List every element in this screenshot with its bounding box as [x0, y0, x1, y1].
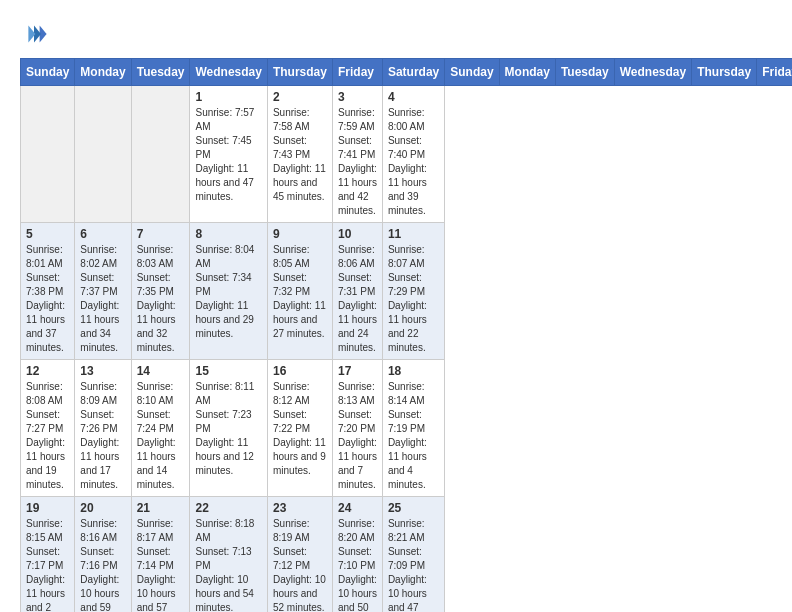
- day-info: Sunrise: 8:19 AMSunset: 7:12 PMDaylight:…: [273, 517, 327, 612]
- calendar-cell: [131, 86, 190, 223]
- calendar-week-2: 5 Sunrise: 8:01 AMSunset: 7:38 PMDayligh…: [21, 223, 793, 360]
- day-number: 7: [137, 227, 185, 241]
- calendar-cell: 4 Sunrise: 8:00 AMSunset: 7:40 PMDayligh…: [382, 86, 444, 223]
- calendar-cell: 24 Sunrise: 8:20 AMSunset: 7:10 PMDaylig…: [332, 497, 382, 613]
- day-info: Sunrise: 8:01 AMSunset: 7:38 PMDaylight:…: [26, 243, 69, 355]
- day-info: Sunrise: 8:12 AMSunset: 7:22 PMDaylight:…: [273, 380, 327, 478]
- day-info: Sunrise: 8:16 AMSunset: 7:16 PMDaylight:…: [80, 517, 125, 612]
- calendar-cell: 10 Sunrise: 8:06 AMSunset: 7:31 PMDaylig…: [332, 223, 382, 360]
- day-number: 15: [195, 364, 261, 378]
- day-info: Sunrise: 8:18 AMSunset: 7:13 PMDaylight:…: [195, 517, 261, 612]
- calendar-table: SundayMondayTuesdayWednesdayThursdayFrid…: [20, 58, 792, 612]
- logo-icon: [20, 20, 48, 48]
- day-info: Sunrise: 8:02 AMSunset: 7:37 PMDaylight:…: [80, 243, 125, 355]
- day-info: Sunrise: 8:06 AMSunset: 7:31 PMDaylight:…: [338, 243, 377, 355]
- day-number: 13: [80, 364, 125, 378]
- logo: [20, 20, 52, 48]
- calendar-cell: 3 Sunrise: 7:59 AMSunset: 7:41 PMDayligh…: [332, 86, 382, 223]
- day-number: 2: [273, 90, 327, 104]
- day-number: 11: [388, 227, 439, 241]
- day-info: Sunrise: 8:08 AMSunset: 7:27 PMDaylight:…: [26, 380, 69, 492]
- day-info: Sunrise: 8:11 AMSunset: 7:23 PMDaylight:…: [195, 380, 261, 478]
- col-header-tuesday: Tuesday: [555, 59, 614, 86]
- day-info: Sunrise: 8:00 AMSunset: 7:40 PMDaylight:…: [388, 106, 439, 218]
- day-number: 22: [195, 501, 261, 515]
- calendar-week-3: 12 Sunrise: 8:08 AMSunset: 7:27 PMDaylig…: [21, 360, 793, 497]
- calendar-cell: 8 Sunrise: 8:04 AMSunset: 7:34 PMDayligh…: [190, 223, 267, 360]
- day-number: 6: [80, 227, 125, 241]
- col-header-sunday: Sunday: [445, 59, 499, 86]
- day-info: Sunrise: 7:58 AMSunset: 7:43 PMDaylight:…: [273, 106, 327, 204]
- calendar-cell: 5 Sunrise: 8:01 AMSunset: 7:38 PMDayligh…: [21, 223, 75, 360]
- calendar-cell: 22 Sunrise: 8:18 AMSunset: 7:13 PMDaylig…: [190, 497, 267, 613]
- day-number: 20: [80, 501, 125, 515]
- calendar-cell: 11 Sunrise: 8:07 AMSunset: 7:29 PMDaylig…: [382, 223, 444, 360]
- header-tuesday: Tuesday: [131, 59, 190, 86]
- calendar-cell: 16 Sunrise: 8:12 AMSunset: 7:22 PMDaylig…: [267, 360, 332, 497]
- day-info: Sunrise: 8:21 AMSunset: 7:09 PMDaylight:…: [388, 517, 439, 612]
- header-wednesday: Wednesday: [190, 59, 267, 86]
- calendar-cell: 7 Sunrise: 8:03 AMSunset: 7:35 PMDayligh…: [131, 223, 190, 360]
- calendar-cell: 20 Sunrise: 8:16 AMSunset: 7:16 PMDaylig…: [75, 497, 131, 613]
- day-info: Sunrise: 8:13 AMSunset: 7:20 PMDaylight:…: [338, 380, 377, 492]
- day-info: Sunrise: 8:04 AMSunset: 7:34 PMDaylight:…: [195, 243, 261, 341]
- day-number: 14: [137, 364, 185, 378]
- header-monday: Monday: [75, 59, 131, 86]
- day-number: 25: [388, 501, 439, 515]
- calendar-cell: 21 Sunrise: 8:17 AMSunset: 7:14 PMDaylig…: [131, 497, 190, 613]
- day-number: 5: [26, 227, 69, 241]
- day-info: Sunrise: 8:15 AMSunset: 7:17 PMDaylight:…: [26, 517, 69, 612]
- calendar-cell: 6 Sunrise: 8:02 AMSunset: 7:37 PMDayligh…: [75, 223, 131, 360]
- day-number: 1: [195, 90, 261, 104]
- day-info: Sunrise: 8:20 AMSunset: 7:10 PMDaylight:…: [338, 517, 377, 612]
- day-number: 10: [338, 227, 377, 241]
- day-info: Sunrise: 8:09 AMSunset: 7:26 PMDaylight:…: [80, 380, 125, 492]
- day-number: 8: [195, 227, 261, 241]
- day-number: 17: [338, 364, 377, 378]
- day-number: 16: [273, 364, 327, 378]
- calendar-cell: 9 Sunrise: 8:05 AMSunset: 7:32 PMDayligh…: [267, 223, 332, 360]
- day-info: Sunrise: 8:17 AMSunset: 7:14 PMDaylight:…: [137, 517, 185, 612]
- day-number: 18: [388, 364, 439, 378]
- col-header-thursday: Thursday: [692, 59, 757, 86]
- day-info: Sunrise: 7:59 AMSunset: 7:41 PMDaylight:…: [338, 106, 377, 218]
- day-info: Sunrise: 8:05 AMSunset: 7:32 PMDaylight:…: [273, 243, 327, 341]
- day-number: 9: [273, 227, 327, 241]
- calendar-cell: 1 Sunrise: 7:57 AMSunset: 7:45 PMDayligh…: [190, 86, 267, 223]
- calendar-cell: 15 Sunrise: 8:11 AMSunset: 7:23 PMDaylig…: [190, 360, 267, 497]
- day-info: Sunrise: 8:03 AMSunset: 7:35 PMDaylight:…: [137, 243, 185, 355]
- day-number: 21: [137, 501, 185, 515]
- day-number: 4: [388, 90, 439, 104]
- calendar-cell: [75, 86, 131, 223]
- page-header: [20, 20, 772, 48]
- calendar-cell: 25 Sunrise: 8:21 AMSunset: 7:09 PMDaylig…: [382, 497, 444, 613]
- header-thursday: Thursday: [267, 59, 332, 86]
- day-number: 19: [26, 501, 69, 515]
- calendar-week-1: 1 Sunrise: 7:57 AMSunset: 7:45 PMDayligh…: [21, 86, 793, 223]
- day-number: 12: [26, 364, 69, 378]
- calendar-cell: 14 Sunrise: 8:10 AMSunset: 7:24 PMDaylig…: [131, 360, 190, 497]
- calendar-cell: 18 Sunrise: 8:14 AMSunset: 7:19 PMDaylig…: [382, 360, 444, 497]
- calendar-cell: 23 Sunrise: 8:19 AMSunset: 7:12 PMDaylig…: [267, 497, 332, 613]
- col-header-friday: Friday: [757, 59, 792, 86]
- calendar-cell: 12 Sunrise: 8:08 AMSunset: 7:27 PMDaylig…: [21, 360, 75, 497]
- calendar-cell: 19 Sunrise: 8:15 AMSunset: 7:17 PMDaylig…: [21, 497, 75, 613]
- col-header-monday: Monday: [499, 59, 555, 86]
- day-info: Sunrise: 8:07 AMSunset: 7:29 PMDaylight:…: [388, 243, 439, 355]
- header-sunday: Sunday: [21, 59, 75, 86]
- day-number: 23: [273, 501, 327, 515]
- day-info: Sunrise: 8:14 AMSunset: 7:19 PMDaylight:…: [388, 380, 439, 492]
- day-info: Sunrise: 8:10 AMSunset: 7:24 PMDaylight:…: [137, 380, 185, 492]
- col-header-wednesday: Wednesday: [614, 59, 691, 86]
- calendar-cell: 17 Sunrise: 8:13 AMSunset: 7:20 PMDaylig…: [332, 360, 382, 497]
- day-info: Sunrise: 7:57 AMSunset: 7:45 PMDaylight:…: [195, 106, 261, 204]
- day-number: 24: [338, 501, 377, 515]
- calendar-cell: 13 Sunrise: 8:09 AMSunset: 7:26 PMDaylig…: [75, 360, 131, 497]
- calendar-cell: 2 Sunrise: 7:58 AMSunset: 7:43 PMDayligh…: [267, 86, 332, 223]
- calendar-cell: [21, 86, 75, 223]
- header-friday: Friday: [332, 59, 382, 86]
- day-number: 3: [338, 90, 377, 104]
- calendar-header-row: SundayMondayTuesdayWednesdayThursdayFrid…: [21, 59, 793, 86]
- header-saturday: Saturday: [382, 59, 444, 86]
- calendar-week-4: 19 Sunrise: 8:15 AMSunset: 7:17 PMDaylig…: [21, 497, 793, 613]
